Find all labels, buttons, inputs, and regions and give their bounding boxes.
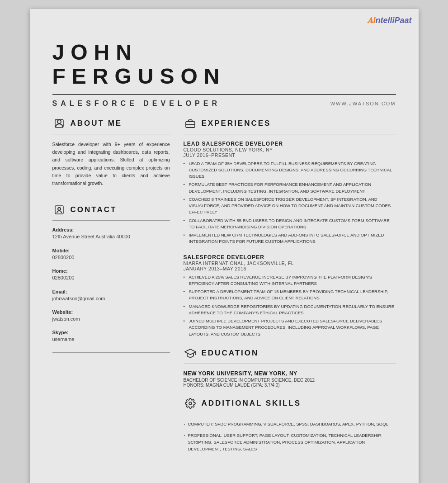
resume-page: 𝐀IntelliPaat JOHN FERGUSON SALESFORCE DE…	[30, 9, 419, 483]
bullet-item: COLLABORATED WITH 55 END USERS TO DESIGN…	[184, 218, 396, 231]
mobile-label: Mobile:	[52, 248, 170, 253]
address-label: Address:	[52, 227, 170, 232]
contact-divider	[52, 220, 170, 221]
education-divider	[184, 364, 396, 364]
contact-skype: Skype: username	[52, 330, 170, 343]
experiences-divider	[184, 134, 396, 134]
bullet-item: IMPLEMENTED NEW CRM TECHNOLOGIES AND ADD…	[184, 232, 396, 245]
education-title: EDUCATION	[202, 349, 259, 358]
about-title: ABOUT ME	[71, 119, 123, 128]
resume-header: JOHN FERGUSON	[52, 41, 396, 89]
bullet-item: ACHIEVED A 25% SALES REVENUE INCREASE BY…	[184, 274, 396, 287]
graduation-icon	[184, 346, 197, 360]
briefcase-icon	[184, 117, 197, 130]
address-value: 12th Avenue Street Australia 40000	[52, 233, 170, 240]
bullet-item: FORMULATE BEST PRACTICES FOR PERFORMANCE…	[184, 181, 396, 194]
skills-section: ADDITIONAL SKILLS COMPUTER: SFDC PROGRAM…	[184, 397, 396, 453]
about-divider	[52, 134, 170, 134]
contact-section-header: CONTACT	[52, 203, 170, 217]
education-section: EDUCATION NEW YORK UNIVERSITY, NEW YORK,…	[184, 346, 396, 388]
right-column: EXPERIENCES LEAD SALESFORCE DEVELOPER CL…	[184, 117, 396, 462]
job-2-date: JANUARY 2013–MAY 2016	[184, 266, 396, 271]
person-icon	[52, 117, 66, 130]
mobile-value: 02800200	[52, 254, 170, 261]
contact-bottom-divider	[52, 352, 170, 353]
header-subtitle-row: SALESFORCE DEVELOPER WWW.JWATSON.COM	[52, 99, 396, 108]
contact-website: Website: jwatson.com	[52, 309, 170, 322]
job-title: SALESFORCE DEVELOPER	[52, 99, 221, 108]
intellipaat-logo: 𝐀IntelliPaat	[367, 16, 411, 25]
home-value: 02800200	[52, 275, 170, 281]
svg-point-0	[57, 120, 61, 123]
contact-address: Address: 12th Avenue Street Australia 40…	[52, 227, 170, 240]
job-1-bullets: LEAD A TEAM OF 35+ DEVELOPERS TO FULFILL…	[184, 161, 396, 245]
contact-icon	[52, 203, 66, 217]
website-label: Website:	[52, 309, 170, 315]
contact-section: CONTACT Address: 12th Avenue Street Aust…	[52, 203, 170, 352]
header-website: WWW.JWATSON.COM	[330, 101, 396, 106]
home-label: Home:	[52, 268, 170, 274]
skills-divider	[184, 414, 396, 414]
last-name: FERGUSON	[52, 65, 396, 89]
svg-marker-6	[185, 349, 196, 355]
contact-home: Home: 02800200	[52, 268, 170, 281]
contact-email: Email: johnwatson@gmail.com	[52, 289, 170, 302]
about-text: Salesforce developer with 9+ years of ex…	[52, 141, 170, 188]
bullet-item: JOINED MULTIPLE DEVELOPMENT PROJECTS AND…	[184, 318, 396, 337]
education-header: EDUCATION	[184, 346, 396, 360]
contact-mobile: Mobile: 02800200	[52, 248, 170, 261]
bullet-item: SUPPORTED A DEVELOPMENT TEAM OF 15 MEMBE…	[184, 289, 396, 302]
svg-point-3	[58, 208, 61, 210]
experiences-header: EXPERIENCES	[184, 117, 396, 130]
job-1: LEAD SALESFORCE DEVELOPER CLOUD SOLUTION…	[184, 141, 396, 245]
job-2-company: NIARFA INTERNATIONAL, JACKSONVILLE, FL	[184, 260, 396, 266]
skill-item-computer: COMPUTER: SFDC PROGRAMMING, VISUALFORCE,…	[184, 421, 396, 427]
job-2: SALESFORCE DEVELOPER NIARFA INTERNATIONA…	[184, 254, 396, 337]
experiences-title: EXPERIENCES	[202, 119, 271, 128]
skills-title: ADDITIONAL SKILLS	[202, 399, 302, 408]
svg-point-8	[189, 402, 192, 405]
experiences-section: EXPERIENCES LEAD SALESFORCE DEVELOPER CL…	[184, 117, 396, 337]
skype-label: Skype:	[52, 330, 170, 335]
skills-icon	[184, 397, 197, 410]
job-1-date: JULY 2016–PRESENT	[184, 152, 396, 158]
edu-degree: BACHELOR OF SCIENCE IN COMPUTER SCIENCE,…	[184, 378, 396, 383]
left-column: ABOUT ME Salesforce developer with 9+ ye…	[52, 117, 170, 462]
bullet-item: MANAGED KNOWLEDGE REPOSITORIES BY UPDATI…	[184, 303, 396, 317]
job-1-company: CLOUD SOLUTIONS, NEW YORK, NY	[184, 147, 396, 152]
job-2-bullets: ACHIEVED A 25% SALES REVENUE INCREASE BY…	[184, 274, 396, 337]
website-value: jwatson.com	[52, 316, 170, 322]
job-1-title: LEAD SALESFORCE DEVELOPER	[184, 141, 396, 147]
email-label: Email:	[52, 289, 170, 294]
bullet-item: COACHED 8 TRAINEES ON SALESFORCE TRIGGER…	[184, 196, 396, 216]
job-2-title: SALESFORCE DEVELOPER	[184, 254, 396, 260]
contact-title: CONTACT	[71, 205, 117, 214]
email-value: johnwatson@gmail.com	[52, 295, 170, 302]
bullet-item: LEAD A TEAM OF 35+ DEVELOPERS TO FULFILL…	[184, 161, 396, 180]
header-divider	[52, 94, 396, 95]
skype-value: username	[52, 336, 170, 343]
edu-honors: HONORS: MAGNA CUM LAUDE (GPA: 3.7/4.0)	[184, 383, 396, 388]
content-area: ABOUT ME Salesforce developer with 9+ ye…	[52, 117, 396, 462]
skills-header: ADDITIONAL SKILLS	[184, 397, 396, 410]
first-name: JOHN	[52, 41, 396, 65]
edu-school: NEW YORK UNIVERSITY, NEW YORK, NY	[184, 370, 396, 377]
skill-item-professional: PROFESSIONAL: USER SUPPORT, PAGE LAYOUT,…	[184, 432, 396, 453]
about-section-header: ABOUT ME	[52, 117, 170, 130]
